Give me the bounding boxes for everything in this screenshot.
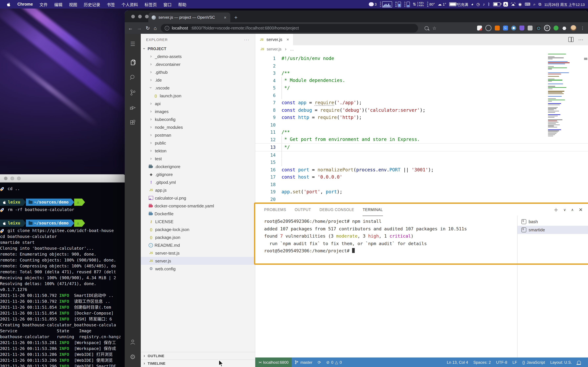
tree-item-calculator-ui.png[interactable]: calculator-ui.png — [141, 194, 255, 202]
tree-item-.vscode[interactable]: ›.vscode — [141, 84, 255, 92]
zoom-window-icon[interactable] — [145, 15, 149, 18]
tree-item-Dockerfile[interactable]: Dockerfile — [141, 210, 255, 217]
minimize-window-icon[interactable] — [10, 176, 14, 180]
new-terminal-icon[interactable]: ＋ — [554, 206, 558, 213]
tree-item-.gitignore[interactable]: ◆.gitignore — [141, 170, 255, 178]
new-tab-button[interactable]: + — [234, 14, 238, 21]
wifi-icon[interactable] — [511, 3, 515, 6]
breadcrumb-file[interactable]: server.js — [267, 47, 281, 51]
analytics-extension-icon[interactable] — [495, 25, 500, 31]
tree-item-kubeconfig[interactable]: ›kubeconfig — [141, 115, 255, 123]
mem-meter-icon[interactable]: MEM — [395, 1, 401, 7]
terminal-entry-smartide[interactable]: smartide — [518, 226, 588, 234]
sync-button[interactable]: ⟳ — [315, 360, 324, 365]
chrome-menu-icon[interactable]: ⋮ — [580, 25, 585, 31]
menu-item-窗口[interactable]: 窗口 — [160, 1, 175, 7]
target-extension-icon[interactable] — [544, 25, 550, 31]
clock-icon[interactable]: ◷ — [476, 2, 480, 6]
tree-item-.ide[interactable]: ›.ide — [141, 76, 255, 84]
volume-muted-icon[interactable]: ♪ — [483, 2, 485, 6]
zoom-window-icon[interactable] — [17, 176, 21, 180]
tree-item-api[interactable]: ›api — [141, 100, 255, 108]
application-menu-icon[interactable]: ☰ — [125, 36, 141, 51]
wechat-icon[interactable]: 3 — [369, 2, 377, 6]
flask-extension-icon[interactable] — [519, 25, 524, 31]
tree-item-test[interactable]: ›test — [141, 155, 255, 163]
reload-button[interactable]: ↻ — [146, 25, 150, 31]
source-control-icon[interactable] — [125, 85, 141, 100]
close-window-icon[interactable] — [131, 15, 135, 18]
tree-item-server-test.js[interactable]: JSserver-test.js — [141, 249, 255, 257]
section-timeline[interactable]: ›TIMELINE — [141, 359, 255, 367]
section-outline[interactable]: ›OUTLINE — [141, 352, 255, 359]
explorer-more-icon[interactable]: ··· — [244, 38, 250, 42]
settings-gear-icon[interactable]: ⚙ — [125, 349, 141, 364]
terminal-entry-bash[interactable]: bash — [518, 217, 588, 226]
menu-item-历史记录[interactable]: 历史记录 — [81, 1, 104, 7]
extensions-puzzle-icon[interactable]: ⬣ — [562, 25, 566, 31]
tree-item-images[interactable]: ›images — [141, 108, 255, 115]
bookmark-star-icon[interactable]: ☆ — [432, 25, 436, 31]
istat-icon[interactable]: ◕ — [471, 2, 474, 6]
keyboard-icon[interactable]: ⌨ — [525, 2, 530, 6]
notifications-bell[interactable] — [575, 361, 584, 364]
tree-item-package.json[interactable]: {}package.json — [141, 233, 255, 241]
panel-tab-terminal[interactable]: TERMINAL — [363, 204, 383, 216]
branch-indicator[interactable]: master — [292, 360, 315, 365]
spotlight-icon[interactable]: ⌕ — [533, 2, 536, 6]
panel-tab-problems[interactable]: PROBLEMS — [264, 204, 286, 216]
minimize-window-icon[interactable] — [138, 15, 142, 18]
close-window-icon[interactable] — [4, 176, 8, 180]
tree-item-launch.json[interactable]: {}launch.json — [141, 92, 255, 100]
breadcrumb-more[interactable]: … — [290, 47, 294, 51]
tree-item-tekton[interactable]: ›tekton — [141, 147, 255, 155]
code-editor[interactable]: 1#!/usr/bin/env node23/**4 * Module depe… — [255, 53, 588, 204]
tree-item-.github[interactable]: ›.github — [141, 68, 255, 76]
tree-item-web.config[interactable]: ⚙web.config — [141, 265, 255, 273]
back-button[interactable]: ← — [128, 25, 133, 31]
maximize-panel-icon[interactable]: ∧ — [571, 208, 574, 212]
close-panel-icon[interactable]: ✕ — [579, 207, 583, 212]
tree-item-package-lock.json[interactable]: {}package-lock.json — [141, 225, 255, 233]
bluetooth-icon[interactable]: ᛒ — [488, 2, 490, 6]
apple-menu[interactable] — [3, 2, 14, 7]
blocker-extension-icon[interactable] — [477, 25, 482, 31]
minimap[interactable] — [548, 54, 571, 168]
run-debug-icon[interactable] — [125, 100, 141, 115]
green-extension-icon[interactable] — [553, 25, 558, 31]
tree-item-.gitpod.yml[interactable]: !.gitpod.yml — [141, 178, 255, 186]
window-controls[interactable] — [131, 15, 149, 18]
close-tab-icon[interactable]: × — [223, 15, 227, 20]
forward-button[interactable]: → — [137, 25, 142, 31]
eol[interactable]: LF — [510, 360, 520, 365]
battery-charged-icon[interactable]: 已充满 — [449, 2, 468, 7]
menu-item-帮助[interactable]: 帮助 — [175, 1, 190, 7]
react-extension-icon[interactable] — [536, 25, 541, 31]
project-section-header[interactable]: › PROJECT — [141, 45, 255, 52]
tree-item-public[interactable]: ›public — [141, 139, 255, 147]
split-editor-icon[interactable] — [568, 37, 574, 42]
control-center-icon[interactable]: ⧉ — [538, 2, 541, 6]
scrollbar-thumb[interactable] — [584, 58, 587, 60]
language-mode[interactable]: {}JavaScript — [520, 360, 548, 365]
terminal-dropdown-icon[interactable]: ∨ — [563, 208, 566, 212]
sensor-icon[interactable]: SEN80° — [427, 1, 435, 7]
browser-tab[interactable]: server.js — project — OpenVSC × — [148, 12, 230, 22]
cursor-position[interactable]: Ln 13, Col 4 — [444, 360, 471, 365]
sync-extension-icon[interactable] — [485, 25, 492, 31]
terminal-window[interactable]: cd .. leixu~/sources/demo⚠rm -rf boathou… — [0, 174, 126, 367]
remote-indicator[interactable]: >< localhost:6800 — [255, 358, 292, 367]
tree-item-app.js[interactable]: JSapp.js — [141, 186, 255, 194]
tree-item-node_modules[interactable]: ›node_modules — [141, 123, 255, 131]
menu-item-个人资料[interactable]: 个人资料 — [118, 1, 141, 7]
tree-item-_demo-assets[interactable]: ›_demo-assets — [141, 52, 255, 60]
menu-item-编辑[interactable]: 编辑 — [51, 1, 66, 7]
tree-item-.devcontainer[interactable]: ›.devcontainer — [141, 60, 255, 68]
problems-indicator[interactable]: ⊘ 0 △ 0 — [324, 360, 344, 365]
tree-item-postman[interactable]: ›postman — [141, 131, 255, 139]
panel-tab-debug-console[interactable]: DEBUG CONSOLE — [320, 204, 354, 216]
extensions-view-icon[interactable] — [125, 115, 141, 130]
terminal-title-bar[interactable] — [0, 174, 126, 183]
account-icon[interactable] — [125, 334, 141, 349]
home-button[interactable]: ⌂ — [154, 25, 157, 31]
